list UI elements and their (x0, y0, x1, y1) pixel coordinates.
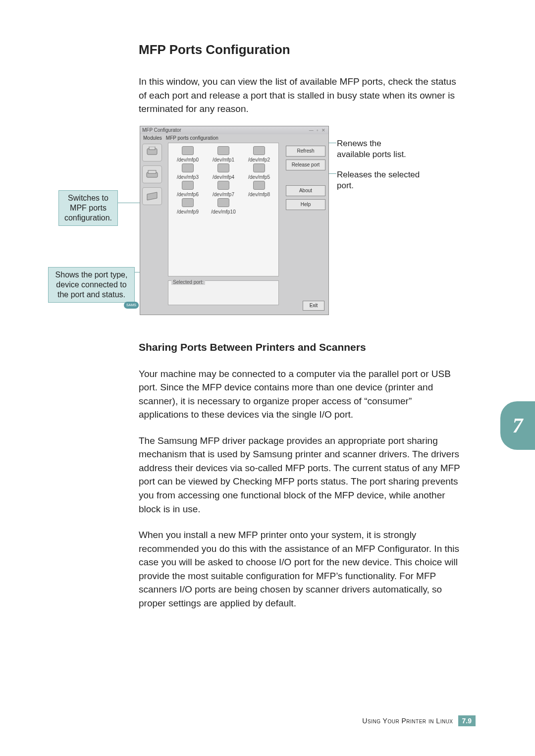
port-item[interactable]: /dev/mfp9 (170, 198, 205, 215)
port-item[interactable]: /dev/mfp5 (242, 163, 276, 180)
port-icon (253, 163, 265, 172)
menu-tab-label: MFP ports configuration (166, 135, 218, 141)
port-label: /dev/mfp8 (242, 192, 276, 197)
body-paragraph-2: The Samsung MFP driver package provides … (139, 434, 461, 516)
window-titlebar: MFP Configurator — ▫ ✕ (140, 126, 328, 134)
port-item[interactable]: /dev/mfp10 (206, 198, 241, 215)
left-toolbar (142, 142, 166, 205)
intro-paragraph: In this window, you can view the list of… (139, 75, 461, 116)
menu-modules[interactable]: Modules (143, 135, 162, 141)
port-label: /dev/mfp7 (206, 192, 241, 197)
selected-port-frame: Selected port: (168, 280, 279, 305)
chapter-tab: 7 (500, 401, 535, 450)
footer-text: Using Your Printer in Linux (362, 717, 453, 725)
svg-rect-3 (148, 170, 156, 173)
callout-renews: Renews theavailable ports list. (337, 138, 406, 160)
port-icon (182, 198, 194, 207)
refresh-button[interactable]: Refresh (286, 146, 325, 157)
ports-panel: /dev/mfp0/dev/mfp1/dev/mfp2/dev/mfp3/dev… (168, 143, 279, 276)
release-port-button[interactable]: Release port (286, 160, 325, 170)
callout-switches: Switches toMPF portsconfiguration. (58, 190, 118, 226)
scanner-icon[interactable] (142, 165, 162, 183)
port-icon (182, 146, 194, 155)
app-window: MFP Configurator — ▫ ✕ Modules MFP ports… (140, 126, 329, 315)
port-item[interactable]: /dev/mfp6 (170, 181, 205, 197)
about-button[interactable]: About (286, 185, 325, 196)
help-button[interactable]: Help (286, 199, 325, 210)
port-icon (217, 181, 229, 190)
samsung-logo-icon: SAMS (124, 302, 139, 309)
port-label: /dev/mfp10 (206, 209, 241, 215)
printer-icon[interactable] (142, 144, 162, 162)
port-label: /dev/mfp4 (206, 174, 241, 180)
ports-icon[interactable] (142, 187, 162, 205)
port-icon (253, 146, 265, 155)
port-icon (182, 163, 194, 172)
exit-button[interactable]: Exit (303, 301, 324, 311)
port-label: /dev/mfp5 (242, 174, 276, 180)
port-label: /dev/mfp0 (170, 157, 205, 162)
svg-rect-1 (149, 147, 155, 150)
port-item[interactable]: /dev/mfp4 (206, 163, 241, 180)
page-number: 7.9 (458, 715, 476, 726)
port-item[interactable]: /dev/mfp1 (206, 146, 241, 162)
body-paragraph-3: When you install a new MFP printer onto … (139, 528, 461, 610)
right-button-column: Refresh Release port About Help (286, 146, 325, 210)
port-icon (253, 181, 265, 190)
port-item[interactable]: /dev/mfp8 (242, 181, 276, 197)
port-label: /dev/mfp1 (206, 157, 241, 162)
window-title: MFP Configurator (142, 127, 181, 133)
menubar: Modules MFP ports configuration (140, 134, 328, 142)
port-item[interactable]: /dev/mfp7 (206, 181, 241, 197)
figure-area: Switches toMPF portsconfiguration. Shows… (139, 126, 476, 319)
main-heading: MFP Ports Configuration (139, 42, 476, 57)
svg-marker-4 (147, 192, 157, 200)
sub-heading: Sharing Ports Between Printers and Scann… (139, 341, 476, 353)
port-icon (182, 181, 194, 190)
port-label: /dev/mfp9 (170, 209, 205, 215)
footer: Using Your Printer in Linux 7.9 (362, 715, 476, 726)
port-label: /dev/mfp6 (170, 192, 205, 197)
port-item[interactable]: /dev/mfp0 (170, 146, 205, 162)
port-item[interactable]: /dev/mfp2 (242, 146, 276, 162)
port-icon (217, 198, 229, 207)
callout-porttype: Shows the port type,device connected tot… (48, 267, 135, 303)
port-icon (217, 163, 229, 172)
port-item[interactable]: /dev/mfp3 (170, 163, 205, 180)
window-controls-icon: — ▫ ✕ (309, 128, 326, 133)
body-paragraph-1: Your machine may be connected to a compu… (139, 367, 461, 422)
selected-port-label: Selected port: (171, 279, 205, 285)
port-label: /dev/mfp3 (170, 174, 205, 180)
port-label: /dev/mfp2 (242, 157, 276, 162)
callout-releases: Releases the selectedport. (337, 169, 420, 191)
port-icon (217, 146, 229, 155)
